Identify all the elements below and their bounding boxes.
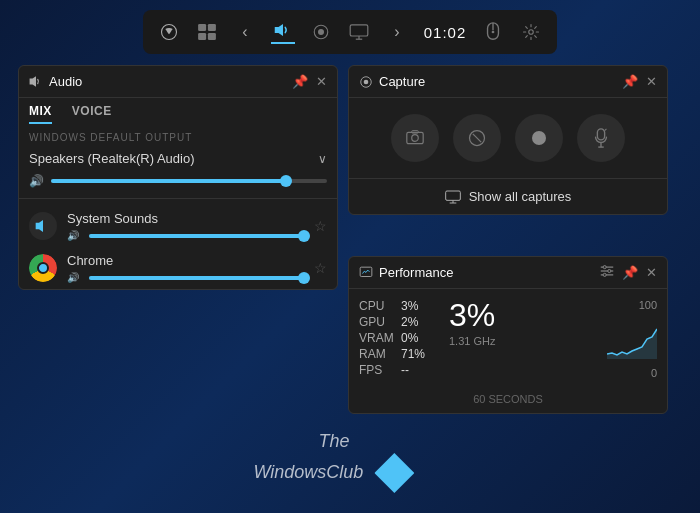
capture-pin-icon[interactable]: 📌: [622, 74, 638, 89]
capture-panel-controls: 📌 ✕: [622, 74, 657, 89]
audio-panel: Audio 📌 ✕ MIX VOICE WINDOWS DEFAULT OUTP…: [18, 65, 338, 290]
cpu-value: 3%: [401, 299, 418, 313]
chrome-slider-row: 🔊: [67, 272, 304, 283]
tab-mix[interactable]: MIX: [29, 104, 52, 124]
chrome-track[interactable]: [89, 276, 304, 280]
system-sounds-star-icon[interactable]: ☆: [314, 218, 327, 234]
display-icon[interactable]: [347, 20, 371, 44]
audio-icon[interactable]: [271, 20, 295, 44]
record-button[interactable]: [515, 114, 563, 162]
gpu-stat-row: GPU 2%: [359, 315, 439, 329]
fps-stat-row: FPS --: [359, 363, 439, 377]
performance-settings-icon[interactable]: [600, 265, 614, 280]
svg-line-23: [473, 134, 481, 142]
svg-point-18: [364, 79, 369, 84]
tab-voice[interactable]: VOICE: [72, 104, 112, 124]
system-sounds-vol-icon: 🔊: [67, 230, 83, 241]
audio-device-row[interactable]: Speakers (Realtek(R) Audio) ∨: [19, 147, 337, 172]
system-sounds-track[interactable]: [89, 234, 304, 238]
audio-tabs: MIX VOICE: [19, 98, 337, 124]
chrome-row: Chrome 🔊 ☆: [19, 247, 337, 289]
audio-section-label: WINDOWS DEFAULT OUTPUT: [19, 124, 337, 147]
watermark-line1: The WindowsClub: [253, 430, 414, 493]
performance-main: 3% 1.31 GHz: [449, 299, 597, 379]
chrome-fill: [89, 276, 304, 280]
svg-rect-3: [198, 33, 206, 40]
clock-display: 01:02: [423, 24, 467, 41]
settings-icon[interactable]: [519, 20, 543, 44]
audio-divider: [19, 198, 337, 199]
show-all-label: Show all captures: [469, 189, 572, 204]
performance-panel-header: Performance 📌 ✕: [349, 257, 667, 289]
master-volume-fill: [51, 179, 286, 183]
screenshot-button[interactable]: [391, 114, 439, 162]
svg-rect-19: [407, 132, 423, 143]
audio-pin-icon[interactable]: 📌: [292, 74, 308, 89]
performance-right: 100 0: [607, 299, 657, 379]
fps-value: --: [401, 363, 409, 377]
chevron-down-icon[interactable]: ∨: [318, 152, 327, 166]
svg-rect-8: [350, 25, 368, 36]
performance-content: CPU 3% GPU 2% VRAM 0% RAM 71% FPS -- 3% …: [349, 289, 667, 389]
svg-marker-16: [36, 220, 43, 232]
audio-panel-title: Audio: [29, 74, 292, 89]
ram-label: RAM: [359, 347, 395, 361]
chrome-icon: [29, 254, 57, 282]
svg-rect-1: [198, 24, 206, 31]
svg-point-7: [318, 29, 324, 35]
svg-point-24: [532, 131, 546, 145]
volume-icon: 🔊: [29, 174, 45, 188]
capture-buttons-row: [349, 98, 667, 178]
performance-close-icon[interactable]: ✕: [646, 265, 657, 280]
record-icon[interactable]: [309, 20, 333, 44]
mouse-icon[interactable]: [481, 20, 505, 44]
audio-close-icon[interactable]: ✕: [316, 74, 327, 89]
watermark: The WindowsClub: [253, 430, 414, 493]
cpu-label: CPU: [359, 299, 395, 313]
system-sounds-fill: [89, 234, 304, 238]
system-sounds-row: System Sounds 🔊 ☆: [19, 205, 337, 247]
system-sounds-thumb[interactable]: [298, 230, 310, 242]
ram-stat-row: RAM 71%: [359, 347, 439, 361]
audio-panel-header: Audio 📌 ✕: [19, 66, 337, 98]
watermark-diamond-icon: [374, 453, 414, 493]
svg-rect-4: [208, 33, 216, 40]
forward-chevron-icon[interactable]: ›: [385, 20, 409, 44]
audio-device-name: Speakers (Realtek(R) Audio): [29, 151, 194, 166]
cpu-stat-row: CPU 3%: [359, 299, 439, 313]
chrome-thumb[interactable]: [298, 272, 310, 284]
chrome-star-icon[interactable]: ☆: [314, 260, 327, 276]
chrome-vol-icon: 🔊: [67, 272, 83, 283]
back-chevron-icon[interactable]: ‹: [233, 20, 257, 44]
svg-point-36: [603, 266, 606, 269]
show-all-captures-button[interactable]: Show all captures: [349, 178, 667, 214]
capture-panel-title: Capture: [359, 74, 622, 89]
svg-point-14: [529, 30, 534, 35]
capture-panel: Capture 📌 ✕ Show all captures: [348, 65, 668, 215]
svg-point-38: [603, 273, 606, 276]
performance-min: 0: [651, 367, 657, 379]
xbox-icon[interactable]: [157, 20, 181, 44]
master-volume-thumb[interactable]: [280, 175, 292, 187]
svg-point-13: [492, 31, 495, 34]
svg-marker-5: [275, 24, 283, 36]
mic-button[interactable]: [577, 114, 625, 162]
master-volume-track[interactable]: [51, 179, 327, 183]
widget-icon[interactable]: [195, 20, 219, 44]
capture-close-icon[interactable]: ✕: [646, 74, 657, 89]
capture-panel-header: Capture 📌 ✕: [349, 66, 667, 98]
performance-sub-value: 1.31 GHz: [449, 335, 597, 347]
svg-rect-2: [208, 24, 216, 31]
svg-rect-29: [445, 191, 460, 200]
system-sounds-name: System Sounds: [67, 211, 304, 226]
system-sounds-icon: [29, 212, 57, 240]
svg-line-28: [605, 129, 607, 131]
performance-pin-icon[interactable]: 📌: [622, 265, 638, 280]
record-cancel-button[interactable]: [453, 114, 501, 162]
ram-value: 71%: [401, 347, 425, 361]
gpu-label: GPU: [359, 315, 395, 329]
vram-stat-row: VRAM 0%: [359, 331, 439, 345]
master-volume-row: 🔊: [19, 172, 337, 198]
performance-max: 100: [639, 299, 657, 311]
svg-rect-25: [597, 129, 604, 140]
